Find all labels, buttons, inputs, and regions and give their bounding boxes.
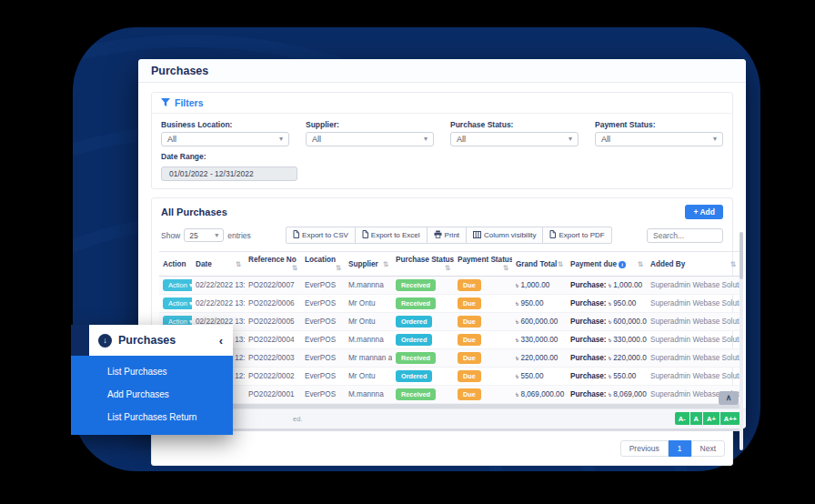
cell-added-by: Superadmin Webase Solution [647, 349, 740, 368]
cell-reference-no: PO2022/0003 [245, 349, 301, 368]
cell-grand-total: ৳ 220,000.00 [512, 349, 567, 368]
add-button[interactable]: + Add [685, 205, 723, 219]
table-row: Action ▾02/22/2022 13:09PO2022/0007EverP… [159, 277, 740, 295]
action-button[interactable]: Action ▾ [163, 279, 192, 291]
cell-location: EverPOS [301, 386, 345, 404]
export-to-csv-button[interactable]: Export to CSV [286, 227, 356, 244]
export-to-excel-button[interactable]: Export to Excel [355, 227, 428, 244]
purchase-status-badge: Received [396, 297, 436, 309]
flyout-item-list-purchases-return[interactable]: List Purchases Return [71, 406, 233, 428]
cell-location: EverPOS [301, 313, 345, 331]
font-size-button-a[interactable]: A- [675, 412, 689, 425]
cell-added-by: Superadmin Webase Solution [647, 331, 740, 349]
column-visibility-button[interactable]: Column visibility [466, 227, 543, 244]
cell-reference-no: PO2022/0005 [245, 313, 301, 331]
selected-value: All [167, 135, 176, 144]
cell-payment-due: Purchase: ৳ 1,000.00 [567, 277, 647, 295]
table-row: Action ▾02/22/2022 12:56PO2022/0002EverP… [159, 368, 740, 386]
cell-payment-status: Due [454, 386, 512, 404]
sort-icon: ⇅ [503, 264, 508, 272]
page-length-select[interactable]: 25▾ [184, 228, 224, 242]
selected-value: All [457, 135, 466, 144]
scrollbar-thumb[interactable] [740, 232, 743, 279]
sort-icon: ⇅ [558, 260, 563, 268]
purchase-status-badge: Received [396, 388, 436, 400]
column-header-payment-status[interactable]: Payment Status⇅ [454, 252, 512, 277]
table-row: Action ▾02/22/2022 13:00PO2022/0004EverP… [159, 331, 740, 349]
action-button[interactable]: Action ▾ [163, 297, 192, 309]
cell-grand-total: ৳ 950.00 [512, 295, 567, 313]
font-size-button-a[interactable]: A [690, 412, 702, 425]
cell-action: Action ▾ [159, 295, 192, 313]
cell-reference-no: PO2022/0006 [245, 295, 301, 313]
filter-label: Business Location: [161, 120, 289, 129]
flyout-accent-block [71, 325, 89, 356]
purchases-flyout-menu: ↓ Purchases ‹ List PurchasesAdd Purchase… [71, 325, 233, 435]
cell-supplier: M.mannna [345, 331, 392, 349]
payment-status-badge: Due [458, 316, 481, 328]
scrollbar[interactable] [740, 232, 743, 450]
sort-icon: ⇅ [445, 264, 450, 272]
cell-purchase-status: Received [392, 386, 454, 404]
pagination-page-1[interactable]: 1 [669, 440, 691, 457]
pagination-previous[interactable]: Previous [620, 440, 669, 457]
date-range-field: Date Range: [161, 152, 723, 181]
chevron-left-icon[interactable]: ‹ [219, 334, 223, 348]
purchases-table: ActionDate⇅Reference No⇅Location⇅Supplie… [159, 251, 740, 431]
chevron-down-icon: ▾ [215, 232, 218, 239]
cell-date: 02/22/2022 13:09 [192, 277, 245, 295]
cell-location: EverPOS [301, 277, 345, 295]
column-header-reference-no[interactable]: Reference No⇅ [245, 252, 301, 277]
flyout-item-list-purchases[interactable]: List Purchases [71, 360, 233, 383]
payment-status-badge: Due [458, 388, 481, 400]
filters-card: Filters Business Location:All▾Supplier:A… [151, 92, 733, 189]
filters-header-label: Filters [175, 97, 204, 108]
column-header-added-by[interactable]: Added By⇅ [647, 252, 740, 277]
payment-status-badge: Due [458, 297, 481, 309]
table-row: PO2022/0001EverPOSM.mannnaReceivedDue৳ 8… [159, 386, 740, 404]
flyout-item-add-purchases[interactable]: Add Purchases [71, 383, 233, 406]
font-size-button-a[interactable]: A+ [703, 412, 719, 425]
cell-added-by: Superadmin Webase Solution [647, 368, 740, 386]
payment-status-badge: Due [458, 370, 481, 382]
column-header-grand-total[interactable]: Grand Total⇅ [512, 252, 567, 277]
print-button[interactable]: Print [427, 227, 467, 244]
cell-reference-no: PO2022/0002 [245, 368, 301, 386]
page-header: Purchases [138, 59, 746, 83]
font-size-button-a[interactable]: A++ [720, 412, 740, 425]
date-range-input[interactable] [161, 166, 297, 181]
purchase-status-badge: Ordered [396, 316, 432, 328]
cell-payment-status: Due [454, 277, 512, 295]
filter-grid: Business Location:All▾Supplier:All▾Purch… [161, 120, 723, 146]
table-header-row: ActionDate⇅Reference No⇅Location⇅Supplie… [159, 252, 740, 277]
column-header-supplier[interactable]: Supplier⇅ [345, 252, 392, 277]
purchase-status-badge: Received [396, 279, 436, 291]
pagination-next[interactable]: Next [691, 440, 725, 457]
cell-location: EverPOS [301, 349, 345, 368]
cell-action: Action ▾ [159, 277, 192, 295]
filter-select-payment-status[interactable]: All▾ [595, 132, 723, 146]
export-to-pdf-button[interactable]: Export to PDF [542, 227, 611, 244]
filters-header[interactable]: Filters [152, 93, 732, 114]
chevron-up-icon: ∧ [726, 393, 732, 402]
column-header-location[interactable]: Location⇅ [301, 252, 345, 277]
selected-value: All [312, 135, 321, 144]
scroll-to-top-button[interactable]: ∧ [719, 391, 739, 405]
filter-icon [161, 98, 170, 107]
cell-supplier: M.mannna [345, 277, 392, 295]
column-header-date[interactable]: Date⇅ [192, 252, 245, 277]
purchase-status-badge: Received [396, 352, 436, 364]
filter-select-purchase-status[interactable]: All▾ [450, 132, 579, 146]
search-input[interactable] [647, 228, 723, 243]
export-button-group: Export to CSVExport to ExcelPrintColumn … [286, 227, 612, 244]
filter-select-supplier[interactable]: All▾ [306, 132, 434, 146]
info-icon[interactable]: i [619, 261, 626, 268]
cell-purchase-status: Ordered [392, 368, 454, 386]
column-header-purchase-status[interactable]: Purchase Status⇅ [392, 252, 454, 277]
column-header-payment-due[interactable]: Payment duei⇅ [567, 252, 647, 277]
show-label: Show [161, 231, 180, 240]
cell-payment-status: Due [454, 295, 512, 313]
filter-select-business-location[interactable]: All▾ [161, 132, 289, 146]
filter-field-purchase-status: Purchase Status:All▾ [450, 120, 579, 146]
sort-icon: ⇅ [638, 260, 643, 268]
